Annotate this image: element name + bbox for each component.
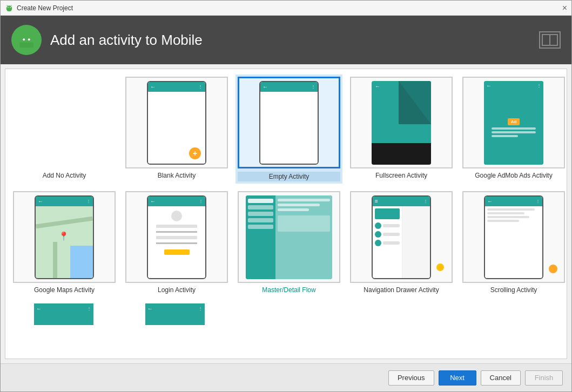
navd-body [373, 206, 430, 278]
maps-thumb-inner: ← ⋮ 📍 [35, 195, 94, 279]
login-field-1 [156, 225, 197, 228]
page-title: Add an activity to Mobile [50, 32, 203, 49]
header-logo [11, 25, 42, 55]
partial-thumb-1: ← ⋮ [34, 303, 93, 325]
navd-circle-1 [375, 222, 381, 229]
finish-button[interactable]: Finish [525, 370, 563, 386]
activity-label-admob: Google AdMob Ads Activity [475, 172, 552, 179]
navd-drawer-header [375, 208, 400, 219]
activity-item-no-activity[interactable]: Add No Activity [11, 75, 118, 184]
close-button[interactable]: × [562, 4, 567, 12]
masterdetail-thumb-inner [246, 195, 332, 279]
title-bar-text: Create New Project [17, 4, 73, 12]
navd-circle-3 [375, 240, 381, 246]
partial-item-1[interactable]: ← ⋮ [11, 301, 117, 327]
footer: Previous Next Cancel Finish [1, 363, 571, 391]
blank-back-arrow-icon: ← [150, 84, 156, 90]
header-left: Add an activity to Mobile [11, 25, 203, 55]
svg-point-9 [23, 38, 25, 40]
navd-drawer-panel [373, 206, 402, 278]
previous-button[interactable]: Previous [388, 370, 434, 386]
admob-activity-thumb: ← ⋮ Ad [462, 77, 565, 168]
login-underline-2 [156, 242, 197, 244]
svg-line-5 [11, 5, 11, 6]
login-button-mock [164, 249, 190, 255]
empty-phone-topbar: ← ⋮ [260, 82, 318, 92]
empty-activity-thumb: ← ⋮ [238, 77, 340, 168]
blank-phone-topbar: ← ⋮ [148, 82, 205, 92]
navd-circle-2 [375, 231, 381, 238]
activity-item-login[interactable]: ← ⋮ Login Activity [123, 189, 230, 296]
md-content-1 [278, 199, 330, 201]
maps-water [70, 246, 93, 278]
activity-item-navdrawer[interactable]: ≡ ⋮ [348, 189, 455, 296]
activity-label-scrolling: Scrolling Activity [490, 286, 537, 294]
scrolling-activity-thumb: ← ⋮ [462, 191, 565, 283]
navd-item-1 [383, 224, 400, 227]
maps-activity-thumb: ← ⋮ 📍 [13, 191, 116, 283]
title-bar-left: Create New Project [5, 4, 73, 12]
header: Add an activity to Mobile [1, 16, 571, 64]
blank-fab-icon: + [189, 147, 201, 159]
navd-item-3 [383, 241, 400, 245]
no-activity-thumb [13, 77, 116, 168]
activity-item-maps[interactable]: ← ⋮ 📍 Google M [11, 189, 118, 296]
scroll-line-2 [487, 212, 524, 214]
activity-label-blank: Blank Activity [158, 172, 196, 179]
md-right-panel [275, 195, 332, 279]
activity-label-maps: Google Maps Activity [34, 286, 95, 294]
maps-topbar: ← ⋮ [36, 197, 93, 206]
cancel-button[interactable]: Cancel [481, 370, 521, 386]
blank-dots-icon: ⋮ [198, 84, 203, 89]
login-field-2 [156, 236, 197, 239]
activity-label-no-activity: Add No Activity [43, 172, 86, 179]
scroll-fab-icon [549, 265, 557, 273]
android-title-icon [5, 4, 14, 12]
md-item-4 [248, 218, 273, 222]
maps-pin-icon: 📍 [58, 231, 69, 241]
md-left-panel [246, 195, 275, 279]
fullscreen-back-icon: ← [375, 83, 380, 89]
md-item-3 [248, 212, 273, 216]
empty-phone-mock: ← ⋮ [259, 81, 319, 165]
activity-label-navdrawer: Navigation Drawer Activity [364, 286, 439, 294]
main-content: Add No Activity ← ⋮ + Blank Activity [1, 64, 571, 363]
login-activity-thumb: ← ⋮ [125, 191, 228, 283]
blank-phone-body: + [148, 92, 205, 164]
maps-body: 📍 [36, 206, 93, 278]
md-item-5 [248, 225, 273, 229]
md-content-2 [278, 204, 320, 206]
fullscreen-diagonal [399, 81, 431, 124]
admob-line-1 [492, 127, 536, 130]
admob-thumb-inner: ← ⋮ Ad [484, 81, 543, 165]
blank-activity-thumb: ← ⋮ + [125, 77, 228, 168]
title-bar: Create New Project × [1, 1, 571, 16]
admob-topbar: ← ⋮ [484, 81, 543, 91]
partial-row: ← ⋮ ← ⋮ [11, 301, 561, 327]
svg-point-2 [8, 6, 9, 8]
fullscreen-activity-thumb: ← ⛶ [350, 77, 453, 168]
scroll-line-3 [487, 216, 529, 218]
next-button[interactable]: Next [439, 370, 476, 386]
activity-item-empty[interactable]: ← ⋮ Empty Activity [235, 75, 342, 184]
svg-rect-1 [7, 8, 11, 11]
android-logo-icon [16, 30, 37, 50]
activity-item-blank[interactable]: ← ⋮ + Blank Activity [123, 75, 230, 184]
activity-item-admob[interactable]: ← ⋮ Ad Google AdMob Ads [460, 75, 567, 184]
scroll-body [485, 206, 542, 278]
admob-line-3 [492, 135, 518, 137]
activity-item-scrolling[interactable]: ← ⋮ Scrolling Activity [460, 189, 567, 296]
admob-body: Ad [484, 91, 543, 165]
activity-item-fullscreen[interactable]: ← ⛶ Fullscreen Activity [348, 75, 455, 184]
activity-grid-container[interactable]: Add No Activity ← ⋮ + Blank Activity [5, 69, 567, 359]
partial-item-2[interactable]: ← ⋮ [122, 301, 228, 327]
fullscreen-inner: ← ⛶ [372, 81, 431, 165]
activity-label-masterdetail: Master/Detail Flow [262, 286, 315, 294]
masterdetail-activity-thumb [238, 191, 340, 283]
scroll-line-1 [487, 208, 535, 211]
activity-item-masterdetail[interactable]: Master/Detail Flow [235, 189, 342, 296]
navdrawer-thumb-inner: ≡ ⋮ [372, 195, 431, 279]
activity-label-fullscreen: Fullscreen Activity [375, 172, 427, 179]
svg-line-4 [7, 5, 8, 6]
activity-label-empty: Empty Activity [238, 172, 340, 181]
